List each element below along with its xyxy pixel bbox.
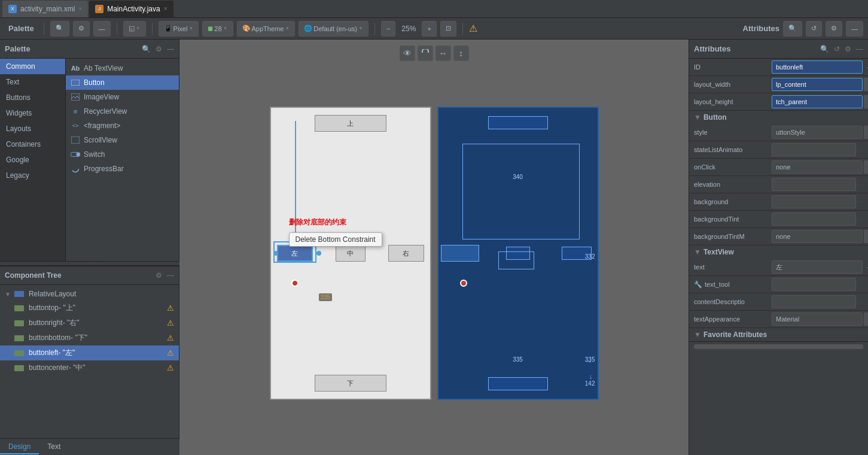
- attr-refresh-btn[interactable]: ↺: [806, 21, 822, 37]
- attr-layout-height-input[interactable]: [772, 95, 863, 108]
- api-btn[interactable]: ◼ 28 ▼: [202, 21, 233, 37]
- palette-item-button[interactable]: Button: [66, 75, 179, 90]
- tree-item-buttonleft[interactable]: buttonleft- "左" ⚠: [0, 345, 179, 360]
- palette-item-switch[interactable]: Switch: [66, 147, 179, 162]
- attr-row-contentdesc: contentDescriptio · · · ···: [689, 293, 868, 311]
- attr-bgtintmode-input[interactable]: [772, 230, 863, 243]
- attr-text-tool-input[interactable]: [772, 278, 856, 291]
- palette-cat-common[interactable]: Common: [0, 59, 65, 74]
- design-btn-left-label: 左: [291, 249, 298, 258]
- attr-minimize-btn2[interactable]: —: [856, 45, 863, 53]
- palette-item-imageview[interactable]: ImageView: [66, 90, 179, 104]
- attr-bgtintmode-dropdown[interactable]: ▼: [864, 230, 868, 243]
- attr-scrollbar[interactable]: [694, 344, 863, 349]
- palette-cat-legacy[interactable]: Legacy: [0, 168, 65, 183]
- section-textview[interactable]: ▼ TextView: [689, 245, 868, 259]
- tab-mainactivity[interactable]: J MainActivity.java ×: [89, 1, 173, 17]
- tree-item-relativelayout[interactable]: ▼ RelativeLayout: [0, 287, 179, 301]
- locale-btn[interactable]: 🌐 Default (en-us) ▼: [299, 21, 368, 37]
- tree-settings-icon[interactable]: ⚙: [156, 271, 162, 280]
- zoom-fit-btn[interactable]: ⊡: [440, 21, 456, 37]
- canvas-tool-eye[interactable]: 👁: [400, 46, 415, 61]
- design-btn-center[interactable]: 中: [336, 245, 366, 262]
- palette-cat-widgets[interactable]: Widgets: [0, 105, 65, 121]
- attr-statelist-value: · · · ···: [772, 143, 868, 156]
- attr-search-btn2[interactable]: 🔍: [820, 45, 829, 53]
- constraint-handle-left[interactable]: [273, 251, 278, 256]
- attr-row-bgtint: backgroundTint · · · ···: [689, 211, 868, 228]
- zoom-out-btn[interactable]: −: [381, 21, 395, 37]
- palette-cat-buttons[interactable]: Buttons: [0, 90, 65, 105]
- attr-onclick-dropdown[interactable]: ▼: [864, 160, 868, 174]
- text-tab[interactable]: Text: [39, 440, 69, 454]
- theme-btn[interactable]: 🎨 AppTheme ▼: [237, 21, 296, 37]
- palette-item-label-fragment: <fragment>: [84, 122, 120, 130]
- device-btn[interactable]: 📱 Pixel ▼: [159, 21, 199, 37]
- resize-handle[interactable]: · · · · ·: [0, 261, 179, 266]
- tab-activity-main[interactable]: X activity_main.xml ×: [2, 1, 88, 17]
- minimize-btn[interactable]: —: [93, 21, 111, 37]
- design-btn-right[interactable]: 右: [388, 245, 424, 262]
- canvas-tool-vcenter[interactable]: ↕: [453, 46, 469, 61]
- design-btn-left[interactable]: 左: [277, 245, 313, 262]
- attr-minimize-btn[interactable]: —: [846, 21, 863, 37]
- attr-id-input[interactable]: [772, 60, 863, 74]
- canvas-tool-hcenter[interactable]: ↔: [435, 46, 451, 61]
- attr-search-btn[interactable]: 🔍: [783, 21, 802, 37]
- attr-textappearance-dropdown[interactable]: ▼: [864, 313, 868, 326]
- attr-style-input[interactable]: [772, 126, 863, 139]
- attr-layout-height-dropdown[interactable]: ▼: [864, 95, 868, 108]
- attr-contentdesc-input[interactable]: [772, 295, 856, 308]
- palette-item-fragment[interactable]: <> <fragment>: [66, 119, 179, 133]
- palette-item-scrollview[interactable]: ScrollView: [66, 133, 179, 147]
- tab-close-activity[interactable]: ×: [78, 5, 82, 12]
- tree-minimize-icon[interactable]: —: [167, 271, 174, 280]
- main-toolbar: Palette 🔍 ⚙ — ◱ ▼ 📱 Pixel ▼ ◼ 28 ▼ 🎨 App…: [0, 18, 868, 40]
- left-panel: Palette 🔍 ⚙ — Common Text Buttons Widget…: [0, 40, 179, 455]
- attr-textappearance-input[interactable]: [772, 313, 863, 326]
- constraint-handle-bottom[interactable]: [291, 280, 299, 287]
- attr-style-dropdown[interactable]: ▼: [864, 126, 868, 139]
- attr-onclick-input[interactable]: [772, 160, 863, 174]
- tree-item-buttoncenter[interactable]: buttoncenter- "中" ⚠: [0, 360, 179, 375]
- palette-item-progressbar[interactable]: ProgressBar: [66, 162, 179, 176]
- palette-minimize-icon[interactable]: —: [167, 45, 174, 53]
- tree-item-buttonbottom[interactable]: buttonbottom- "下" ⚠: [0, 330, 179, 345]
- design-btn-top[interactable]: 上: [315, 115, 386, 132]
- section-button[interactable]: ▼ Button: [689, 111, 868, 124]
- buttonleft-icon: [14, 350, 24, 356]
- attr-settings-btn[interactable]: ⚙: [826, 21, 842, 37]
- search-btn[interactable]: 🔍: [50, 21, 69, 37]
- palette-item-textview[interactable]: Ab Ab TextView: [66, 61, 179, 75]
- design-btn-bottom[interactable]: 下: [315, 375, 386, 392]
- palette-item-recyclerview[interactable]: ≡ RecyclerView: [66, 104, 179, 119]
- attr-refresh-btn2[interactable]: ↺: [834, 45, 840, 53]
- tab-close-main[interactable]: ×: [164, 5, 167, 12]
- attr-layout-width-dropdown[interactable]: ▼: [864, 78, 868, 91]
- attr-elevation-input[interactable]: [772, 178, 856, 191]
- palette-cat-text[interactable]: Text: [0, 74, 65, 90]
- attr-layout-width-input[interactable]: [772, 78, 863, 91]
- palette-cat-google[interactable]: Google: [0, 152, 65, 168]
- orientation-btn[interactable]: ◱ ▼: [123, 21, 146, 37]
- design-tab[interactable]: Design: [0, 440, 39, 454]
- attr-statelist-input[interactable]: [772, 143, 856, 156]
- attr-settings-btn2[interactable]: ⚙: [845, 45, 851, 53]
- attr-background-input[interactable]: [772, 195, 856, 208]
- palette-cat-layouts[interactable]: Layouts: [0, 121, 65, 136]
- palette-cat-containers[interactable]: Containers: [0, 136, 65, 152]
- settings-btn[interactable]: ⚙: [73, 21, 90, 37]
- tree-item-buttonright[interactable]: buttonright- "右" ⚠: [0, 316, 179, 330]
- zoom-in-btn[interactable]: +: [422, 21, 436, 37]
- tree-item-buttontop[interactable]: buttontop- "上" ⚠: [0, 301, 179, 316]
- theme-arrow: ▼: [285, 26, 290, 31]
- section-favorite[interactable]: ▼ Favorite Attributes: [689, 328, 868, 341]
- canvas-tool-magnet[interactable]: [418, 46, 433, 61]
- attr-bgtint-input[interactable]: [772, 213, 856, 226]
- constraint-handle-right[interactable]: [316, 251, 321, 256]
- tooltip-label: Delete Bottom Constraint: [296, 235, 376, 244]
- attr-text-input[interactable]: [772, 260, 863, 274]
- palette-settings-icon[interactable]: ⚙: [156, 45, 162, 53]
- palette-search-icon[interactable]: 🔍: [142, 45, 151, 53]
- section-button-label: Button: [703, 113, 727, 122]
